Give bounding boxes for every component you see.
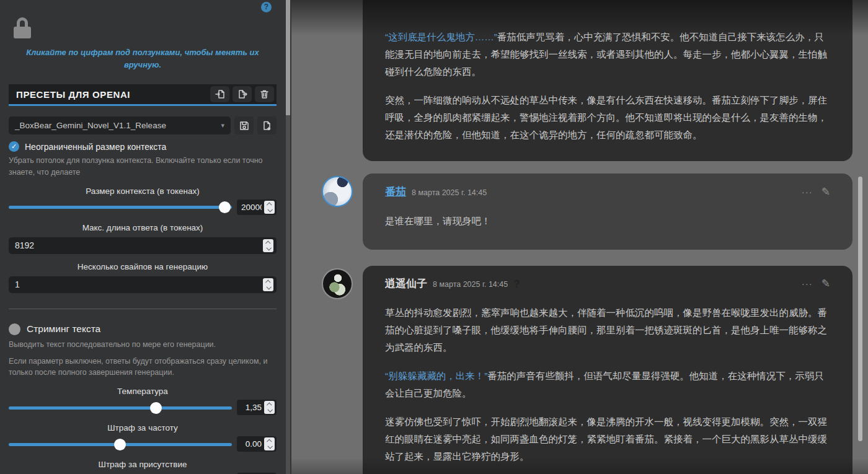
save-icon: [239, 121, 249, 131]
file-plus-icon: [262, 121, 272, 131]
message-menu-icon[interactable]: ···: [802, 275, 813, 292]
streaming-label: Стриминг текста: [27, 323, 100, 335]
message-bubble: 番茄 8 марта 2025 г. 14:45 ··· ✎ 是谁在哪里，请现身…: [363, 173, 852, 250]
chat-scrollbar-thumb[interactable]: [858, 177, 862, 441]
trash-icon: [260, 89, 269, 99]
streaming-toggle-row[interactable]: Стриминг текста: [9, 323, 277, 335]
file-import-icon: [215, 89, 225, 99]
message-paragraph: 迷雾仿佛也受到了惊吓，开始剧烈地翻滚起来，像是沸腾的开水一般，视线变得更加模糊。…: [385, 413, 830, 465]
frequency-penalty-row: 0.00: [9, 436, 277, 452]
context-size-label: Размер контекста (в токенах): [9, 187, 277, 196]
message-timestamp: 8 марта 2025 г. 14:45: [412, 184, 487, 201]
save-as-new-preset-button[interactable]: [257, 116, 277, 134]
message-paragraph: 草丛的抖动愈发剧烈，窸窣声响也越来越大，伴随着一种低沉的呜咽，像是野兽在喉咙里发…: [385, 304, 830, 356]
app-window: ? Кликайте по цифрам под ползунками, что…: [0, 0, 868, 474]
slider-knob[interactable]: [150, 402, 162, 414]
toggle-off-icon[interactable]: [9, 323, 20, 335]
slider-knob[interactable]: [114, 439, 126, 450]
stepper-icon[interactable]: [264, 201, 275, 214]
stepper-icon[interactable]: [264, 401, 275, 414]
message-actions: ··· ✎: [802, 275, 830, 292]
swipes-value[interactable]: 1: [15, 279, 260, 289]
message-paragraph: “这到底是什么鬼地方……”番茄低声咒骂着，心中充满了恐惧和不安。他不知道自己接下…: [385, 29, 830, 81]
chat-message-0: “这到底是什么鬼地方……”番茄低声咒骂着，心中充满了恐惧和不安。他不知道自己接下…: [363, 0, 852, 161]
edit-message-icon[interactable]: ✎: [822, 183, 830, 201]
max-response-value[interactable]: 8192: [15, 240, 260, 250]
sliders-hint-text: Кликайте по цифрам под ползунками, чтобы…: [12, 46, 273, 71]
message-header: 番茄 8 марта 2025 г. 14:45 ··· ✎: [385, 183, 830, 201]
max-response-input[interactable]: 8192: [9, 237, 277, 254]
help-icon[interactable]: ?: [261, 2, 272, 12]
message-menu-icon[interactable]: ···: [802, 183, 813, 201]
import-preset-button[interactable]: [210, 86, 229, 102]
message-bubble: “这到底是什么鬼地方……”番茄低声咒骂着，心中充满了恐惧和不安。他不知道自己接下…: [363, 0, 852, 161]
context-size-value-box[interactable]: 2000000: [237, 200, 277, 215]
context-size-row: 2000000: [9, 200, 277, 215]
unlocked-context-note: Убрать потолок для ползунка контекста. В…: [9, 155, 277, 178]
swipes-label: Несколько свайпов на генерацию: [9, 262, 277, 271]
export-preset-button[interactable]: [232, 86, 252, 102]
temperature-row: 1,35: [9, 400, 277, 415]
slider-knob[interactable]: [219, 201, 231, 213]
message-paragraph: “别躲躲藏藏的，出来！”番茄的声音有些颤抖，但语气却尽量显得强硬。他知道，在这种…: [385, 367, 830, 402]
avatar[interactable]: [322, 176, 353, 207]
presets-header: ПРЕСЕТЫ ДЛЯ OPENAI: [9, 84, 277, 106]
character-name[interactable]: 逍遥仙子: [385, 275, 427, 292]
preset-select-row: _BoxBear_Gemini_Novel_V1.1_Release ▾: [9, 116, 277, 134]
presets-title: ПРЕСЕТЫ ДЛЯ OPENAI: [16, 89, 207, 100]
chat-panel: “这到底是什么鬼地方……”番茄低声咒骂着，心中充满了恐惧和不安。他不知道自己接下…: [291, 0, 868, 474]
quoted-speech: “别躲躲藏藏的，出来！”: [385, 371, 487, 381]
message-bubble: 逍遥仙子 8 марта 2025 г. 14:45 ? ··· ✎ 草丛的抖动…: [363, 266, 852, 474]
lock-icon[interactable]: [14, 17, 31, 38]
chevron-down-icon: ▾: [221, 121, 224, 129]
message-actions: ··· ✎: [802, 183, 830, 201]
reasoning-question-icon[interactable]: ?: [513, 276, 520, 293]
presence-penalty-label: Штраф за присутствие: [9, 460, 277, 469]
context-size-slider[interactable]: [9, 201, 232, 213]
message-timestamp: 8 марта 2025 г. 14:45: [433, 276, 508, 293]
temperature-label: Температура: [9, 387, 277, 396]
preset-select-value: _BoxBear_Gemini_Novel_V1.1_Release: [15, 121, 166, 130]
chat-message-1: 番茄 8 марта 2025 г. 14:45 ··· ✎ 是谁在哪里，请现身…: [363, 173, 852, 250]
temperature-value-box[interactable]: 1,35: [237, 400, 277, 415]
message-paragraph: 是谁在哪里，请现身吧！: [385, 213, 830, 230]
section-divider: [9, 309, 277, 309]
message-paragraph: 突然，一阵细微的响动从不远处的草丛中传来，像是有什么东西在快速移动。番茄立刻停下…: [385, 92, 830, 144]
temperature-value[interactable]: 1,35: [241, 403, 262, 412]
frequency-penalty-label: Штраф за частоту: [9, 423, 277, 432]
sidebar-scrollbar-thumb[interactable]: [286, 0, 290, 115]
delete-preset-button[interactable]: [255, 86, 274, 102]
unlocked-context-label: Неограниченный размер контекста: [25, 142, 166, 152]
stepper-icon[interactable]: [263, 278, 273, 291]
stepper-icon[interactable]: [263, 239, 273, 252]
streaming-note-1: Выводить текст последовательно по мере е…: [9, 339, 277, 351]
frequency-penalty-value[interactable]: 0.00: [241, 439, 262, 449]
frequency-penalty-slider[interactable]: [9, 438, 232, 450]
swipes-input[interactable]: 1: [9, 276, 277, 293]
save-preset-button[interactable]: [234, 116, 254, 134]
quoted-speech: “这到底是什么鬼地方……”: [385, 32, 497, 42]
context-size-value[interactable]: 2000000: [241, 203, 262, 212]
preset-select[interactable]: _BoxBear_Gemini_Novel_V1.1_Release ▾: [9, 116, 231, 134]
stepper-icon[interactable]: [264, 437, 275, 450]
settings-sidebar: ? Кликайте по цифрам под ползунками, что…: [0, 0, 291, 474]
temperature-slider[interactable]: [9, 402, 232, 414]
max-response-label: Макс. длина ответа (в токенах): [9, 223, 277, 232]
chat-message-2: 逍遥仙子 8 марта 2025 г. 14:45 ? ··· ✎ 草丛的抖动…: [363, 266, 852, 474]
sidebar-scrollbar[interactable]: [286, 0, 290, 474]
checkbox-checked-icon[interactable]: ✓: [9, 141, 19, 152]
file-export-icon: [237, 89, 247, 99]
unlocked-context-row[interactable]: ✓ Неограниченный размер контекста: [9, 141, 277, 152]
avatar[interactable]: [322, 268, 353, 299]
frequency-penalty-value-box[interactable]: 0.00: [237, 436, 277, 452]
character-name[interactable]: 番茄: [385, 183, 406, 201]
streaming-note-2: Если параметр выключен, ответы будут ото…: [9, 356, 277, 379]
message-header: 逍遥仙子 8 марта 2025 г. 14:45 ? ··· ✎: [385, 275, 830, 293]
edit-message-icon[interactable]: ✎: [822, 275, 830, 292]
